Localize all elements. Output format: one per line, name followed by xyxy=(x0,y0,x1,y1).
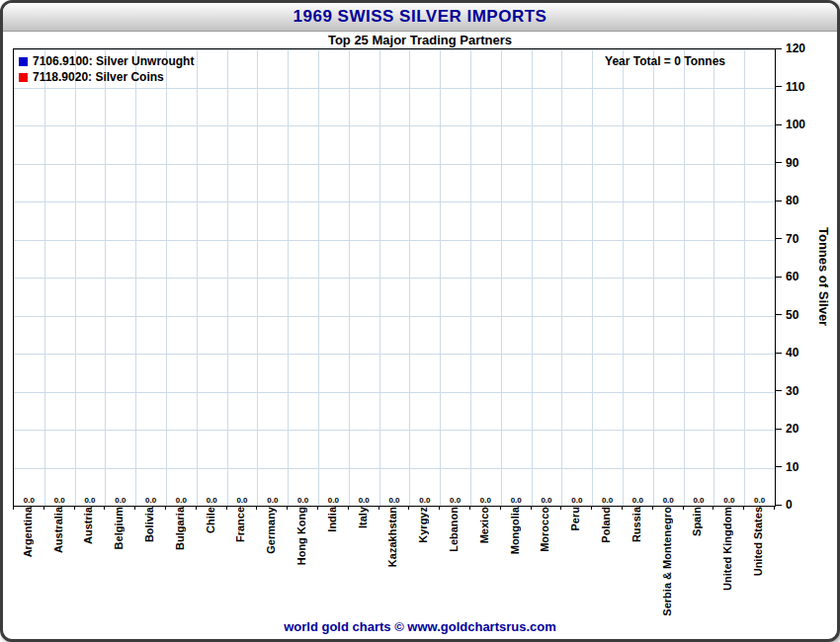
x-category-label: Austria xyxy=(74,507,105,544)
y-tick-mark xyxy=(776,277,782,278)
bar-value-label: 0.0 xyxy=(623,496,653,505)
x-category-label: Kyrgyz xyxy=(408,507,439,543)
x-category-label: Morocco xyxy=(531,507,561,552)
legend-item-unwrought: 7106.9100: Silver Unwrought xyxy=(19,53,194,69)
bar-value-label: 0.0 xyxy=(105,496,135,505)
x-category-label-text: Argentina xyxy=(23,507,34,557)
x-category-label-text: Italy xyxy=(358,507,369,528)
x-category-label: Germany xyxy=(256,507,287,554)
y-tick-label: 30 xyxy=(786,384,798,398)
x-category-label-text: Serbia & Montenegro xyxy=(662,507,673,616)
y-tick-label: 80 xyxy=(786,194,798,207)
x-category-label: Belgium xyxy=(104,507,134,549)
v-gridline xyxy=(561,49,562,506)
y-tick-label: 110 xyxy=(786,80,804,94)
legend: 7106.9100: Silver Unwrought 7118.9020: S… xyxy=(19,53,194,85)
h-gridline xyxy=(14,354,775,355)
legend-swatch-blue xyxy=(19,57,28,66)
x-tick-mark xyxy=(652,506,653,510)
h-gridline xyxy=(14,164,775,165)
bar-value-label: 0.0 xyxy=(561,496,592,505)
v-gridline xyxy=(166,49,167,506)
x-category-label: Italy xyxy=(348,507,378,528)
x-category-label: Poland xyxy=(591,507,622,543)
y-tick-label: 20 xyxy=(786,422,798,436)
x-category-label: Australia xyxy=(43,507,74,553)
x-category-label-text: Peru xyxy=(570,507,581,530)
chart-title: 1969 SWISS SILVER IMPORTS xyxy=(294,7,547,27)
x-category-label-text: India xyxy=(327,507,338,532)
x-category-label: India xyxy=(317,507,348,532)
y-tick-mark xyxy=(776,162,782,163)
year-total-annotation: Year Total = 0 Tonnes xyxy=(605,54,725,68)
legend-item-coins: 7118.9020: Silver Coins xyxy=(19,69,194,85)
x-category-label: United Kingdom xyxy=(713,507,743,591)
h-gridline xyxy=(14,468,775,469)
x-category-label-text: Bulgaria xyxy=(175,507,186,550)
bar-value-label: 0.0 xyxy=(532,496,562,505)
x-category-label: Kazakhstan xyxy=(378,507,409,567)
x-category-label-text: Belgium xyxy=(114,507,125,549)
x-category-label-text: Mexico xyxy=(479,507,490,543)
x-tick-mark xyxy=(500,506,501,510)
bar-value-label: 0.0 xyxy=(744,496,775,505)
y-axis-title: Tonnes of Silver xyxy=(816,48,831,505)
y-tick-mark xyxy=(776,390,782,391)
v-gridline xyxy=(197,49,198,506)
chart-subtitle: Top 25 Major Trading Partners xyxy=(3,32,837,48)
y-tick-label: 60 xyxy=(786,270,798,283)
x-category-label-text: Kyrgyz xyxy=(418,507,429,543)
x-category-label: France xyxy=(226,507,257,542)
bar-value-label: 0.0 xyxy=(592,496,623,505)
bar-value-label: 0.0 xyxy=(75,496,106,505)
x-category-label-text: Austria xyxy=(83,507,94,544)
y-tick-mark xyxy=(776,466,782,467)
v-gridline xyxy=(135,49,136,506)
y-tick-label: 90 xyxy=(786,156,798,170)
y-tick-label: 70 xyxy=(786,232,798,246)
y-tick-label: 40 xyxy=(786,346,798,360)
x-tick-mark xyxy=(196,506,197,510)
y-tick-mark xyxy=(776,353,782,354)
h-gridline xyxy=(14,201,775,202)
v-gridline xyxy=(744,49,745,506)
v-gridline xyxy=(532,49,533,506)
x-tick-mark xyxy=(74,506,75,510)
x-category-label: Peru xyxy=(560,507,591,530)
plot-area: 0.00.00.00.00.00.00.00.00.00.00.00.00.00… xyxy=(13,48,776,507)
v-gridline xyxy=(75,49,76,506)
h-gridline xyxy=(14,430,775,431)
bar-value-label: 0.0 xyxy=(44,496,75,505)
bar-value-label: 0.0 xyxy=(227,496,258,505)
bar-value-label: 0.0 xyxy=(684,496,714,505)
x-category-label-text: United States xyxy=(753,507,764,576)
x-category-label-text: France xyxy=(235,507,246,542)
x-category-label-text: Kazakhstan xyxy=(387,507,398,567)
y-tick-mark xyxy=(776,238,782,239)
y-tick-mark xyxy=(776,429,782,430)
h-gridline xyxy=(14,392,775,393)
bar-value-label: 0.0 xyxy=(653,496,684,505)
x-tick-mark xyxy=(134,506,135,510)
bar-value-label: 0.0 xyxy=(166,496,197,505)
x-category-label: Mongolia xyxy=(500,507,531,554)
bar-value-label: 0.0 xyxy=(470,496,501,505)
x-category-label-text: Mongolia xyxy=(510,507,521,554)
v-gridline xyxy=(105,49,106,506)
bar-value-label: 0.0 xyxy=(349,496,379,505)
v-gridline xyxy=(501,49,502,506)
v-gridline xyxy=(379,49,380,506)
x-tick-mark xyxy=(408,506,409,510)
x-category-label-text: Chile xyxy=(206,507,216,533)
footer-credit: world gold charts © www.goldchartsrus.co… xyxy=(3,619,837,634)
v-gridline xyxy=(623,49,624,506)
v-gridline xyxy=(318,49,319,506)
x-tick-mark xyxy=(13,506,14,510)
bar-value-label: 0.0 xyxy=(501,496,532,505)
y-tick-mark xyxy=(776,48,782,49)
x-category-label: Argentina xyxy=(13,507,43,557)
x-category-label: Bulgaria xyxy=(165,507,196,550)
x-tick-mark xyxy=(348,506,349,510)
h-gridline xyxy=(14,316,775,317)
x-category-label: Chile xyxy=(196,507,226,533)
